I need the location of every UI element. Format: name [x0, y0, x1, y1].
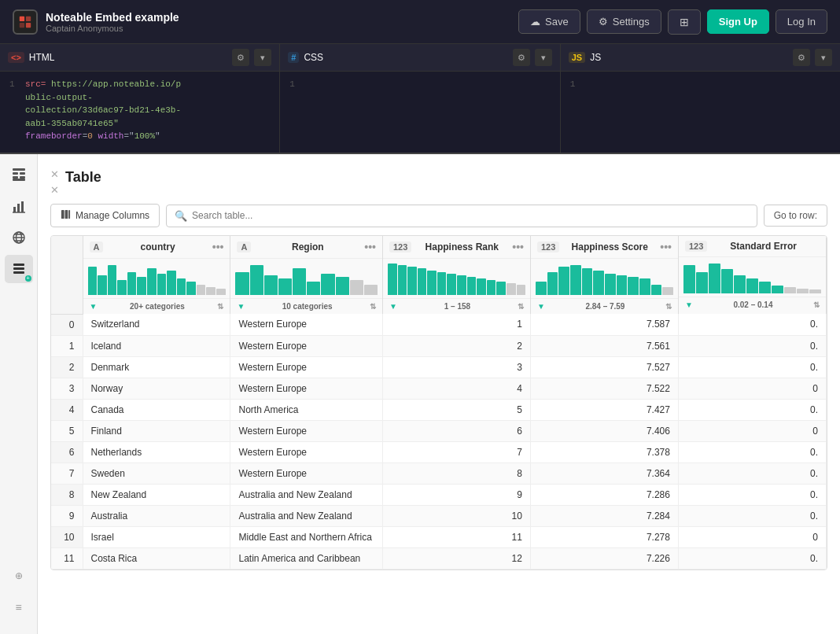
svg-rect-11 — [17, 204, 20, 212]
js-settings-btn[interactable]: ⚙ — [793, 49, 810, 66]
sort-icon-region[interactable]: ⇅ — [370, 302, 376, 311]
cell-region: Australia and New Zealand — [230, 505, 383, 526]
table-row: 11 Costa Rica Latin America and Caribbea… — [51, 547, 827, 569]
css-editor-content[interactable]: 1 — [280, 72, 559, 153]
collapse-controls: ✕ ✕ — [50, 167, 59, 197]
html-settings-btn[interactable]: ⚙ — [232, 49, 249, 66]
sidebar: + ⊕ ≡ — [0, 154, 38, 634]
js-editor-content[interactable]: 1 — [561, 72, 840, 153]
col-chart-stderr — [679, 257, 826, 297]
manage-columns-button[interactable]: Manage Columns — [50, 204, 160, 227]
cell-rank: 11 — [382, 526, 530, 547]
css-settings-btn[interactable]: ⚙ — [513, 49, 530, 66]
data-table-wrapper: A country ••• — [50, 235, 827, 570]
cell-rank: 12 — [382, 547, 530, 569]
table-toolbar: Manage Columns 🔍 Go to row: — [50, 204, 827, 227]
cell-country: Netherlands — [83, 441, 230, 463]
cell-country: Norway — [83, 378, 230, 399]
filter-label-score: 2.84 – 7.59 — [585, 302, 624, 311]
table-row: 5 Finland Western Europe 6 7.406 0 — [51, 420, 827, 441]
svg-rect-9 — [13, 179, 25, 181]
html-tab-label: HTML — [29, 52, 55, 63]
sidebar-item-data[interactable]: + — [5, 255, 33, 283]
cell-rank: 4 — [382, 378, 530, 399]
cell-region: Western Europe — [230, 420, 383, 441]
save-button[interactable]: ☁ Save — [518, 9, 580, 34]
sort-icon-rank[interactable]: ⇅ — [518, 302, 524, 311]
table-header-row: ✕ ✕ Table — [50, 167, 827, 197]
col-type-rank: 123 — [389, 241, 411, 252]
filter-label-country: 20+ categories — [130, 302, 185, 311]
col-name-rank: Happiness Rank — [411, 241, 512, 252]
sidebar-item-table[interactable] — [5, 160, 33, 189]
cell-country: Canada — [83, 399, 230, 420]
cell-score: 7.522 — [530, 378, 678, 399]
sidebar-item-expand[interactable]: ⊕ — [5, 562, 33, 590]
table-row: 3 Norway Western Europe 4 7.522 0 — [51, 378, 827, 399]
filter-icon-rank[interactable]: ▼ — [389, 302, 397, 311]
html-expand-btn[interactable]: ▾ — [254, 49, 271, 66]
data-table: A country ••• — [51, 236, 827, 569]
row-index: 9 — [51, 505, 83, 526]
svg-rect-12 — [21, 201, 24, 212]
css-expand-btn[interactable]: ▾ — [535, 49, 552, 66]
cell-country: Costa Rica — [83, 547, 230, 569]
col-menu-score[interactable]: ••• — [660, 241, 672, 253]
cell-score: 7.378 — [530, 441, 678, 463]
svg-rect-24 — [68, 210, 70, 219]
col-menu-country[interactable]: ••• — [212, 241, 224, 253]
cell-score: 7.278 — [530, 526, 678, 547]
cell-region: Western Europe — [230, 378, 383, 399]
svg-rect-2 — [20, 22, 24, 27]
cell-rank: 2 — [382, 335, 530, 356]
svg-rect-23 — [65, 210, 68, 219]
sidebar-item-chart[interactable] — [5, 192, 33, 220]
cell-region: Western Europe — [230, 314, 383, 335]
cell-rank: 7 — [382, 441, 530, 463]
table-row: 4 Canada North America 5 7.427 0. — [51, 399, 827, 420]
col-menu-rank[interactable]: ••• — [512, 241, 524, 253]
search-box[interactable]: 🔍 — [166, 205, 757, 227]
grid-button[interactable]: ⊞ — [668, 9, 701, 35]
cell-country: Finland — [83, 420, 230, 441]
col-header-country: A country ••• — [83, 236, 230, 314]
cell-score: 7.561 — [530, 335, 678, 356]
sidebar-item-globe[interactable] — [5, 223, 33, 252]
login-button[interactable]: Log In — [776, 9, 827, 34]
table-title: Table — [65, 169, 101, 186]
sort-icon-country[interactable]: ⇅ — [217, 302, 223, 311]
settings-button[interactable]: ⚙ Settings — [587, 9, 661, 34]
row-index: 6 — [51, 441, 83, 463]
filter-icon-region[interactable]: ▼ — [237, 302, 245, 311]
cell-stderr: 0 — [678, 378, 826, 399]
cell-rank: 5 — [382, 399, 530, 420]
row-index: 2 — [51, 356, 83, 378]
cell-score: 7.427 — [530, 399, 678, 420]
collapse-down-icon[interactable]: ✕ — [50, 184, 59, 196]
sidebar-bottom: ⊕ ≡ — [5, 562, 33, 628]
filter-icon-stderr[interactable]: ▼ — [685, 300, 693, 309]
col-name-country: country — [103, 241, 212, 252]
collapse-up-icon[interactable]: ✕ — [50, 168, 59, 180]
svg-rect-8 — [20, 176, 25, 179]
filter-icon-score[interactable]: ▼ — [537, 302, 545, 311]
search-input[interactable] — [192, 210, 749, 221]
cell-country: Switzerland — [83, 314, 230, 335]
sidebar-collapse-icon[interactable]: ≡ — [5, 593, 33, 621]
cell-region: Western Europe — [230, 463, 383, 484]
sort-icon-score[interactable]: ⇅ — [665, 302, 672, 311]
cell-score: 7.364 — [530, 463, 678, 484]
table-row: 8 New Zealand Australia and New Zealand … — [51, 484, 827, 505]
signup-button[interactable]: Sign Up — [707, 9, 769, 34]
filter-icon-country[interactable]: ▼ — [90, 302, 98, 311]
main-area: + ⊕ ≡ ✕ ✕ Table — [0, 154, 840, 634]
col-menu-region[interactable]: ••• — [364, 241, 376, 253]
row-index: 5 — [51, 420, 83, 441]
html-editor-content[interactable]: 1src= https://app.noteable.io/p ublic-ou… — [0, 72, 279, 153]
svg-rect-3 — [26, 22, 31, 27]
col-chart-score — [531, 259, 678, 298]
search-icon: 🔍 — [175, 210, 187, 222]
svg-rect-22 — [61, 210, 64, 219]
sort-icon-stderr[interactable]: ⇅ — [813, 300, 820, 309]
js-expand-btn[interactable]: ▾ — [815, 49, 832, 66]
